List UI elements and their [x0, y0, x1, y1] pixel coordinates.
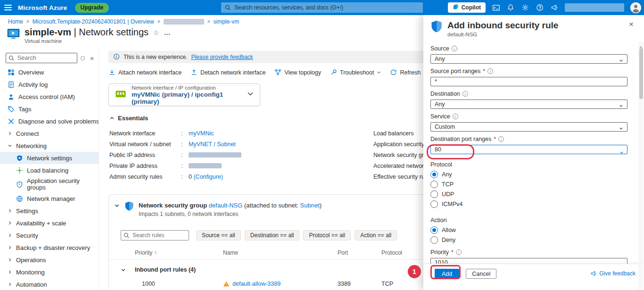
inbound-rules-group-row[interactable]: Inbound port rules (4): [109, 265, 432, 275]
public-ip-redacted: [189, 152, 241, 157]
avatar[interactable]: [630, 2, 641, 13]
sidebar-item-load-balancing[interactable]: Load balancing: [0, 164, 99, 176]
scrollbar-thumb[interactable]: [639, 48, 643, 99]
sidebar-group-security[interactable]: Security: [0, 229, 99, 241]
provide-feedback-link[interactable]: Please provide feedback: [191, 54, 253, 60]
column-priority[interactable]: Priority ↑: [135, 249, 223, 256]
column-port[interactable]: Port: [338, 249, 381, 256]
breadcrumb-simple-vm[interactable]: simple-vm: [213, 18, 239, 25]
refresh-button[interactable]: Refresh: [390, 69, 421, 76]
source-port-ranges-field: Source port ranges*i: [430, 67, 627, 86]
rule-row[interactable]: 1000 default-allow-3389 3389 TCP: [109, 279, 432, 289]
filter-destination[interactable]: Destination == all: [245, 230, 300, 240]
search-rules-input[interactable]: [121, 230, 189, 240]
protocol-label: Protocol: [430, 161, 627, 168]
breadcrumb-separator: >: [157, 19, 160, 24]
chevron-up-icon: [109, 116, 115, 121]
sidebar-search[interactable]: [6, 53, 77, 63]
chevron-right-icon: [8, 245, 12, 250]
column-name[interactable]: Name: [223, 249, 338, 256]
service-select[interactable]: Custom: [430, 122, 627, 132]
sidebar-item-network-manager[interactable]: Network manager: [0, 192, 99, 205]
essentials-toggle[interactable]: Essentials: [109, 115, 433, 122]
action-allow-radio[interactable]: Allow: [430, 225, 627, 235]
rule-name-link[interactable]: default-allow-3389: [232, 281, 281, 287]
sidebar-item-network-settings[interactable]: Network settings: [0, 152, 99, 164]
hamburger-menu-icon[interactable]: [0, 0, 16, 15]
global-search-input[interactable]: [221, 2, 423, 13]
sidebar-group-backup-disaster-recovery[interactable]: Backup + disaster recovery: [0, 241, 99, 254]
protocol-udp-radio[interactable]: UDP: [430, 189, 627, 199]
attach-network-interface-button[interactable]: Attach network interface: [108, 69, 182, 76]
chevron-down-icon[interactable]: [247, 90, 254, 99]
notifications-bell-icon[interactable]: [506, 3, 515, 12]
chevron-right-icon: [8, 221, 12, 225]
sidebar-group-operations[interactable]: Operations: [0, 254, 99, 266]
source-select[interactable]: Any: [430, 54, 627, 64]
sidebar-item-activity-log[interactable]: Activity log: [0, 78, 99, 91]
favorite-star-icon[interactable]: ☆: [153, 29, 159, 36]
azure-portal: Microsoft Azure Upgrade Copilot: [0, 0, 644, 290]
sidebar-item-overview[interactable]: Overview: [0, 66, 99, 78]
add-button[interactable]: Add: [435, 269, 459, 279]
upgrade-button[interactable]: Upgrade: [75, 3, 109, 13]
sidebar-search-input[interactable]: [6, 53, 77, 63]
breadcrumb-template-overview[interactable]: Microsoft.Template-20240624001801 | Over…: [33, 18, 154, 25]
troubleshoot-icon: [330, 69, 337, 76]
sidebar-group-automation[interactable]: Automation: [0, 278, 99, 290]
search-icon: [124, 232, 130, 240]
chevron-down-icon[interactable]: [114, 203, 120, 208]
nsg-section: Network security group default-NSG (atta…: [108, 194, 433, 289]
breadcrumb-home[interactable]: Home: [8, 18, 23, 25]
protocol-any-radio[interactable]: Any: [430, 169, 627, 179]
sidebar-group-settings[interactable]: Settings: [0, 205, 99, 217]
chevron-right-icon: [8, 131, 12, 136]
sidebar-group-connect[interactable]: Connect: [0, 127, 99, 140]
network-interface-link[interactable]: myVMNic: [189, 130, 214, 137]
nic-ip-configuration-card[interactable]: Network interface / IP configuration myV…: [108, 83, 260, 106]
action-deny-radio[interactable]: Deny: [430, 235, 627, 245]
help-icon[interactable]: [536, 3, 544, 12]
give-feedback-link[interactable]: Give feedback: [590, 270, 636, 277]
sidebar-collapse-icon[interactable]: «: [88, 54, 96, 62]
cancel-button[interactable]: Cancel: [466, 269, 496, 279]
divider: [109, 259, 432, 260]
global-search[interactable]: [221, 2, 423, 13]
more-options-icon[interactable]: …: [164, 29, 171, 36]
account-info-redacted: [565, 3, 624, 12]
troubleshoot-button[interactable]: Troubleshoot: [330, 69, 381, 76]
search-rules[interactable]: [121, 230, 189, 240]
view-topology-button[interactable]: View topology: [274, 69, 321, 76]
sidebar-group-monitoring[interactable]: Monitoring: [0, 266, 99, 278]
panel-scrollbar[interactable]: [638, 41, 644, 290]
destination-port-ranges-input[interactable]: [430, 145, 627, 154]
filter-source[interactable]: Source == all: [196, 230, 241, 240]
radio-icon: [430, 200, 438, 208]
required-asterisk: *: [483, 68, 485, 75]
destination-select[interactable]: Any: [430, 99, 627, 109]
detach-network-interface-button[interactable]: Detach network interface: [190, 69, 265, 76]
filter-action[interactable]: Action == all: [355, 230, 397, 240]
feedback-megaphone-icon[interactable]: [550, 3, 559, 12]
sidebar-search-status-icon: [81, 56, 85, 60]
sidebar-item-access-control[interactable]: Access control (IAM): [0, 91, 99, 103]
panel-body: Sourcei Any Source port ranges*i Destina…: [423, 45, 644, 267]
sidebar-group-networking[interactable]: Networking: [0, 140, 99, 152]
subnet-link[interactable]: Subnet: [300, 202, 320, 209]
protocol-tcp-radio[interactable]: TCP: [430, 179, 627, 189]
cloudshell-icon[interactable]: [492, 3, 500, 12]
configure-link[interactable]: (Configure): [193, 174, 223, 180]
filter-protocol[interactable]: Protocol == all: [303, 230, 351, 240]
sidebar-item-application-security-groups[interactable]: Application security groups: [0, 176, 99, 192]
copilot-button[interactable]: Copilot: [448, 2, 486, 13]
sidebar-group-availability-scale[interactable]: Availability + scale: [0, 217, 99, 229]
protocol-icmpv4-radio[interactable]: ICMPv4: [430, 199, 627, 209]
sidebar-item-diagnose[interactable]: Diagnose and solve problems: [0, 115, 99, 127]
nsg-name-link[interactable]: default-NSG: [209, 202, 243, 209]
close-icon[interactable]: ×: [629, 21, 634, 28]
sidebar-item-tags[interactable]: Tags: [0, 103, 99, 115]
vnet-subnet-link[interactable]: MyVNET / Subnet: [189, 141, 236, 148]
activity-log-icon: [8, 81, 15, 88]
gear-icon[interactable]: [521, 3, 529, 12]
source-port-ranges-input[interactable]: [430, 77, 627, 86]
